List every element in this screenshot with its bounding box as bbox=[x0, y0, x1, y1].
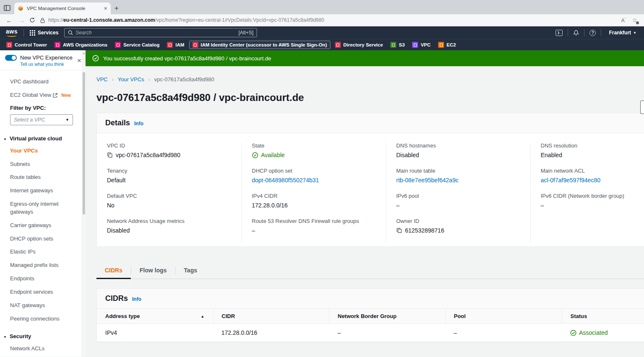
sidebar-item-managed-prefix-lists[interactable]: Managed prefix lists bbox=[0, 261, 86, 269]
table-row[interactable]: IPv4 172.28.0.0/16 – – Associated bbox=[97, 324, 644, 342]
sidebar-item-dhcp-option-sets[interactable]: DHCP option sets bbox=[0, 235, 86, 243]
sidebar-item-subnets[interactable]: Subnets bbox=[0, 160, 86, 168]
main-network-acl-link[interactable]: acl-0f7af9e597f94ec80 bbox=[541, 177, 644, 184]
cell-status: Associated bbox=[562, 324, 644, 342]
scroll-up-icon[interactable]: ▲ bbox=[83, 52, 85, 54]
sidebar-item-network-acls[interactable]: Network ACLs bbox=[0, 345, 86, 353]
cell-cidr: 172.28.0.0/16 bbox=[213, 324, 329, 342]
copy-icon[interactable] bbox=[107, 152, 113, 158]
aws-logo[interactable]: aws bbox=[6, 29, 18, 37]
divider bbox=[601, 29, 601, 36]
sidebar-item-elastic-ips[interactable]: Elastic IPs bbox=[0, 248, 86, 256]
field-label: IPv6 pool bbox=[396, 193, 520, 199]
favorite-iam[interactable]: IAM bbox=[164, 41, 187, 49]
details-info-link[interactable]: Info bbox=[134, 121, 143, 127]
header-cidr[interactable]: CIDR bbox=[213, 309, 329, 324]
header-pool[interactable]: Pool bbox=[445, 309, 562, 324]
breadcrumb: VPC › Your VPCs › vpc-07617a5c8a4f9d980 bbox=[96, 76, 644, 83]
default-vpc-value: No bbox=[107, 202, 231, 209]
sidebar-item-carrier-gateways[interactable]: Carrier gateways bbox=[0, 222, 86, 230]
sidebar-nav: VPC dashboard EC2 Global View New Filter… bbox=[0, 70, 86, 357]
header-network-border-group[interactable]: Network Border Group bbox=[329, 309, 445, 324]
reload-icon[interactable] bbox=[29, 17, 35, 23]
field-label: Owner ID bbox=[396, 218, 520, 224]
favorite-ec2[interactable]: EC2 bbox=[435, 41, 459, 49]
search-input[interactable]: Search [Alt+S] bbox=[64, 28, 257, 37]
header-status[interactable]: Status bbox=[562, 309, 644, 324]
sidebar-item-endpoint-services[interactable]: Endpoint services bbox=[0, 288, 86, 296]
aws-organizations-icon bbox=[55, 42, 60, 48]
vpc-id-value[interactable]: vpc-07617a5c8a4f9d980 bbox=[107, 152, 231, 158]
favorite-directory-service[interactable]: Directory Service bbox=[332, 41, 386, 49]
forward-icon[interactable]: → bbox=[17, 17, 27, 24]
cidrs-info-link[interactable]: Info bbox=[132, 296, 141, 302]
browser-tab[interactable]: VPC Management Console × bbox=[14, 3, 111, 14]
sidebar-item-internet-gateways[interactable]: Internet gateways bbox=[0, 187, 86, 195]
ipv6-cidr-value: – bbox=[541, 202, 644, 209]
tab-close-icon[interactable]: × bbox=[104, 5, 107, 11]
sort-asc-icon[interactable]: ▲ bbox=[201, 314, 205, 318]
ipv4-cidr-value: 172.28.0.0/16 bbox=[252, 202, 376, 209]
section-security[interactable]: ▼ Security bbox=[0, 333, 86, 339]
sidebar-item-endpoints[interactable]: Endpoints bbox=[0, 275, 86, 283]
section-virtual-private-cloud[interactable]: ▼ Virtual private cloud bbox=[0, 135, 86, 142]
breadcrumb-vpc[interactable]: VPC bbox=[96, 76, 108, 83]
url-text: https://eu-central-1.console.aws.amazon.… bbox=[48, 17, 324, 23]
help-icon[interactable]: ? bbox=[584, 30, 601, 36]
region-label: Frankfurt bbox=[609, 30, 631, 36]
field-label: IPv4 CIDR bbox=[252, 193, 376, 199]
services-grid-icon bbox=[30, 30, 35, 36]
tab-tags[interactable]: Tags bbox=[176, 263, 206, 279]
favorite-iam-identity-center[interactable]: IAM Identity Center (successor to AWS Si… bbox=[189, 41, 330, 49]
sidebar-item-route-tables[interactable]: Route tables bbox=[0, 173, 86, 181]
status-badge: Associated bbox=[570, 329, 644, 336]
owner-id-value[interactable]: 612532898716 bbox=[396, 227, 520, 234]
chevron-down-icon: ▼ bbox=[65, 118, 69, 122]
aws-favicon-icon bbox=[18, 5, 23, 11]
sidebar-item-ec2-global-view[interactable]: EC2 Global View New bbox=[0, 91, 86, 99]
sidebar-item-peering-connections[interactable]: Peering connections bbox=[0, 315, 86, 323]
address-bar[interactable]: https://eu-central-1.console.aws.amazon.… bbox=[38, 15, 619, 25]
feedback-link[interactable]: Tell us what you think bbox=[20, 62, 80, 67]
field-label: IPv6 CIDR (Network border group) bbox=[541, 193, 644, 199]
tab-flow-logs[interactable]: Flow logs bbox=[131, 263, 175, 279]
banner-message: You successfully created vpc-07617a5c8a4… bbox=[103, 55, 271, 62]
read-aloud-icon[interactable]: Aʻʻ bbox=[621, 17, 626, 23]
success-check-icon bbox=[92, 55, 99, 62]
sidebar-item-nat-gateways[interactable]: NAT gateways bbox=[0, 302, 86, 310]
breadcrumb-your-vpcs[interactable]: Your VPCs bbox=[118, 76, 144, 83]
tab-cidrs[interactable]: CIDRs bbox=[96, 263, 131, 279]
region-selector[interactable]: Frankfurt ▼ bbox=[605, 30, 640, 36]
cell-pool: – bbox=[445, 324, 562, 342]
details-card: Details Info VPC ID vpc-07617a5c8a4f9d98… bbox=[96, 113, 644, 247]
cloudshell-icon[interactable]: ❯_ bbox=[551, 30, 568, 36]
new-tab-button[interactable]: + bbox=[111, 3, 122, 14]
sidebar-item-your-vpcs[interactable]: Your VPCs bbox=[0, 147, 86, 155]
favorite-control-tower[interactable]: Control Tower bbox=[3, 41, 50, 49]
actions-button[interactable] bbox=[640, 101, 644, 114]
favorite-service-catalog[interactable]: Service Catalog bbox=[112, 41, 162, 49]
tab-actions-menu-icon[interactable] bbox=[0, 2, 14, 14]
dhcp-option-set-link[interactable]: dopt-0648980f550274b31 bbox=[252, 177, 376, 184]
header-address-type[interactable]: Address type▲ bbox=[97, 309, 213, 324]
new-vpc-experience-toggle[interactable] bbox=[5, 55, 17, 61]
notifications-bell-icon[interactable] bbox=[568, 30, 584, 36]
favorite-aws-organizations[interactable]: AWS Organizations bbox=[52, 41, 110, 49]
scrollbar-thumb[interactable] bbox=[83, 72, 85, 215]
sidebar-item-vpc-dashboard[interactable]: VPC dashboard bbox=[0, 78, 86, 86]
copy-icon[interactable] bbox=[396, 228, 402, 233]
vpc-filter-select[interactable]: Select a VPC ▼ bbox=[10, 114, 73, 125]
close-icon[interactable]: × bbox=[77, 57, 81, 64]
favorite-s3[interactable]: S3 bbox=[387, 41, 408, 49]
services-menu[interactable]: Services bbox=[28, 30, 60, 36]
main-route-table-link[interactable]: rtb-08e7ee95bef642a9c bbox=[396, 177, 520, 184]
favorite-vpc[interactable]: VPC bbox=[409, 41, 434, 49]
success-banner: You successfully created vpc-07617a5c8a4… bbox=[86, 50, 644, 66]
cidrs-card: CIDRs Info Address type▲ CIDR Network Bo… bbox=[96, 288, 644, 342]
back-icon[interactable]: ← bbox=[4, 17, 14, 24]
favorites-star-icon[interactable]: ☆ bbox=[632, 17, 637, 23]
sidebar-item-egress-only-internet-gateways[interactable]: Egress-only internet gateways bbox=[0, 200, 71, 216]
field-label: State bbox=[252, 142, 376, 149]
chevron-right-icon: › bbox=[148, 77, 150, 83]
sidebar-scrollbar[interactable]: ▲ bbox=[82, 50, 86, 357]
